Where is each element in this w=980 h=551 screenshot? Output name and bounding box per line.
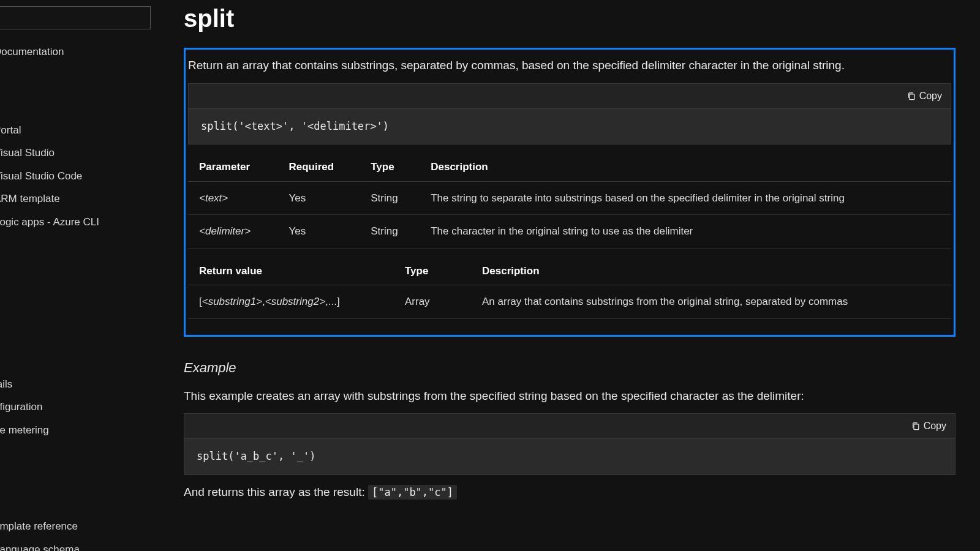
table-row: <text> Yes String The string to separate… <box>188 181 951 215</box>
sidebar-link[interactable]: Logic apps - Azure CLI <box>0 211 159 234</box>
signature-code: split('<text>', '<delimiter>') <box>189 109 951 144</box>
sidebar-link[interactable]: s <box>0 350 159 373</box>
sidebar-link[interactable]: ARM template <box>0 187 159 211</box>
param-name: <text> <box>199 192 228 204</box>
sidebar-link[interactable]: ge metering <box>0 419 159 442</box>
return-desc: An array that contains substrings from t… <box>471 285 951 319</box>
example-heading: Example <box>184 358 956 378</box>
copy-label: Copy <box>924 419 946 433</box>
param-desc: The character in the original string to … <box>420 215 951 249</box>
parameters-table: Parameter Required Type Description <tex… <box>188 153 951 249</box>
table-row: <delimiter> Yes String The character in … <box>188 215 951 249</box>
signature-code-block: Copy split('<text>', '<delimiter>') <box>188 83 951 145</box>
col-return-type: Type <box>394 257 471 285</box>
copy-button[interactable]: Copy <box>907 89 942 103</box>
param-type: String <box>360 215 420 249</box>
sidebar-link[interactable]: Language schema <box>0 538 159 552</box>
copy-button[interactable]: Copy <box>911 419 946 433</box>
copy-label: Copy <box>919 89 942 103</box>
sidebar-link-documentation[interactable]: Documentation <box>0 40 159 64</box>
col-type: Type <box>360 153 420 181</box>
col-return-description: Description <box>471 257 951 285</box>
copy-icon <box>911 422 920 430</box>
param-required: Yes <box>277 181 360 215</box>
col-return-value: Return value <box>188 257 394 285</box>
example-description: This example creates an array with subst… <box>184 388 956 405</box>
return-table: Return value Type Description [<substrin… <box>188 257 951 319</box>
sidebar-link[interactable]: nfiguration <box>0 395 159 419</box>
example-result-code: ["a","b","c"] <box>368 485 457 500</box>
col-description: Description <box>420 153 951 181</box>
example-code-block: Copy split('a_b_c', '_') <box>184 413 956 475</box>
page-title: split <box>184 0 956 37</box>
param-desc: The string to separate into substrings b… <box>420 181 951 215</box>
search-input[interactable] <box>0 6 151 29</box>
sidebar-link[interactable]: tails <box>0 373 159 396</box>
sidebar: Documentation Portal Visual Studio Visua… <box>0 0 159 551</box>
code-toolbar: Copy <box>189 84 951 109</box>
return-type: Array <box>394 285 471 319</box>
param-required: Yes <box>277 215 360 249</box>
sidebar-link[interactable]: emplate reference <box>0 515 159 538</box>
param-name: <delimiter> <box>199 225 251 237</box>
col-required: Required <box>277 153 360 181</box>
svg-rect-0 <box>910 94 914 99</box>
code-toolbar: Copy <box>184 414 955 439</box>
param-type: String <box>360 181 420 215</box>
function-description: Return an array that contains substrings… <box>188 57 951 75</box>
copy-icon <box>907 92 916 100</box>
return-value: [<substring1>,<substring2>,...] <box>188 285 394 319</box>
sidebar-link[interactable]: Visual Studio Code <box>0 165 159 188</box>
table-row: [<substring1>,<substring2>,...] Array An… <box>188 285 951 319</box>
example-result: And returns this array as the result: ["… <box>184 484 956 501</box>
svg-rect-1 <box>914 424 919 430</box>
col-parameter: Parameter <box>188 153 277 181</box>
example-code: split('a_b_c', '_') <box>184 439 955 474</box>
sidebar-link[interactable]: Visual Studio <box>0 141 159 165</box>
sidebar-link[interactable]: Portal <box>0 119 159 142</box>
main-content: split Return an array that contains subs… <box>159 0 980 551</box>
highlight-region: Return an array that contains substrings… <box>184 48 956 337</box>
